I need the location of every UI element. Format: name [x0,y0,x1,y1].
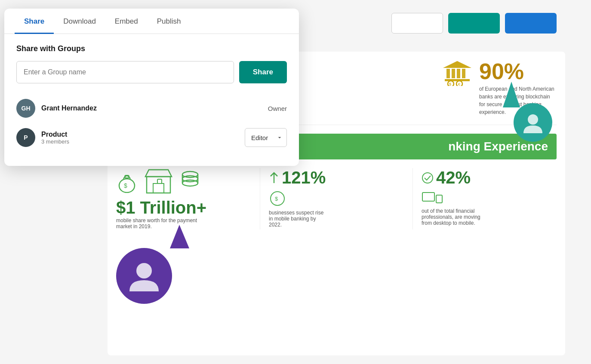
stat-42: 42% [436,168,471,187]
svg-text:$: $ [449,82,451,86]
user-info-grant: Grant Hernandez [41,104,262,112]
svg-text:$: $ [124,182,127,189]
tab-download[interactable]: Download [54,9,105,34]
user-name-product: Product [41,131,239,138]
toolbar [391,13,557,34]
group-name-input[interactable] [16,61,234,83]
device-icon [422,191,443,205]
tab-publish[interactable]: Publish [148,9,191,34]
trillion-stat: $1 Trillion+ [116,198,206,217]
svg-rect-2 [452,69,455,78]
role-select-product[interactable]: Editor Viewer Admin [245,128,287,147]
svg-point-21 [422,173,433,183]
share-button[interactable]: Share [239,61,287,83]
svg-marker-0 [443,61,471,68]
mobile-banking-icon: $ [269,191,286,206]
svg-rect-14 [153,184,164,193]
toolbar-blue-button[interactable] [505,13,557,34]
svg-rect-22 [422,193,434,201]
avatar-purple [116,248,172,304]
store-icon [145,168,172,194]
toolbar-teal-button[interactable] [448,13,500,34]
avatar-teal [514,103,552,142]
user-row-product: P Product 3 members Editor Viewer Admin [16,123,287,152]
user-row-grant: GH Grant Hernandez Owner [16,94,287,123]
svg-text:$: $ [275,196,278,202]
teal-arrow [499,80,524,109]
user-role-grant: Owner [268,105,287,112]
stat-121-text: businesses suspect rise in mobile bankin… [269,210,329,228]
svg-point-27 [136,263,152,278]
user-info-product: Product 3 members [41,131,239,145]
up-arrow-icon [269,172,279,184]
svg-marker-24 [503,82,520,107]
svg-rect-23 [436,195,442,203]
toolbar-white-button[interactable] [391,13,443,34]
stat-42-text: out of the total financial professionals… [422,208,482,226]
dialog-tabs: Share Download Embed Publish [4,9,299,34]
stat-121: 121% [282,168,326,187]
svg-rect-1 [446,69,450,78]
svg-point-18 [182,180,198,186]
svg-rect-5 [445,79,470,81]
user-avatar-grant: GH [16,99,35,118]
money-bag-icon: $ [116,169,138,193]
svg-text:€: € [458,82,460,86]
check-circle-icon [422,172,434,184]
user-avatar-product: P [16,128,35,147]
tab-share[interactable]: Share [15,9,54,34]
tab-embed[interactable]: Embed [105,9,148,34]
svg-point-26 [528,114,538,125]
user-meta-product: 3 members [41,138,239,145]
dialog-body: Share with Groups Share GH Grant Hernand… [4,34,299,166]
svg-marker-25 [170,225,189,248]
user-name-grant: Grant Hernandez [41,104,262,112]
bank-icon: $ € [442,60,472,86]
svg-rect-3 [457,69,460,78]
coins-stack-icon [179,169,201,193]
share-input-row: Share [16,61,287,83]
purple-arrow [168,223,191,250]
svg-rect-4 [462,69,465,78]
section-title: Share with Groups [16,44,287,53]
share-dialog: Share Download Embed Publish Share with … [4,9,299,166]
svg-rect-15 [157,179,162,184]
